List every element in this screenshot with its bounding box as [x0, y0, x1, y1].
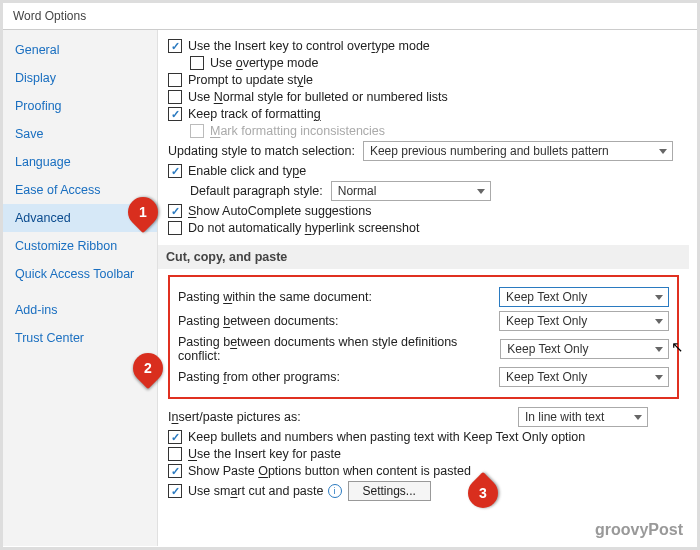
section-cut-copy-paste: Cut, copy, and paste	[158, 245, 689, 269]
checkbox-insert-key-paste[interactable]	[168, 447, 182, 461]
cursor-icon: ↖	[671, 338, 684, 356]
select-default-paragraph-style[interactable]: Normal	[331, 181, 491, 201]
sidebar-item-trust-center[interactable]: Trust Center	[3, 324, 157, 352]
select-updating-style[interactable]: Keep previous numbering and bullets patt…	[363, 141, 673, 161]
label-insert-key-paste: Use the Insert key for paste	[188, 447, 341, 461]
sidebar-item-display[interactable]: Display	[3, 64, 157, 92]
select-pasting-other[interactable]: Keep Text Only	[499, 367, 669, 387]
sidebar-item-customize-ribbon[interactable]: Customize Ribbon	[3, 232, 157, 260]
checkbox-mark-inconsistencies	[190, 124, 204, 138]
label-normal-style-lists: Use Normal style for bulleted or numbere…	[188, 90, 448, 104]
sidebar-item-proofing[interactable]: Proofing	[3, 92, 157, 120]
settings-button[interactable]: Settings...	[348, 481, 431, 501]
checkbox-no-hyperlink-screenshot[interactable]	[168, 221, 182, 235]
label-pasting-between: Pasting between documents:	[178, 314, 339, 328]
label-pasting-within: Pasting within the same document:	[178, 290, 372, 304]
label-mark-inconsistencies: Mark formatting inconsistencies	[210, 124, 385, 138]
label-use-overtype-mode: Use overtype mode	[210, 56, 318, 70]
label-smart-cut-paste: Use smart cut and paste	[188, 484, 324, 498]
label-show-paste-options: Show Paste Options button when content i…	[188, 464, 471, 478]
checkbox-use-overtype-mode[interactable]	[190, 56, 204, 70]
select-pasting-between[interactable]: Keep Text Only	[499, 311, 669, 331]
checkbox-smart-cut-paste[interactable]	[168, 484, 182, 498]
checkbox-keep-track-formatting[interactable]	[168, 107, 182, 121]
sidebar-item-quick-access-toolbar[interactable]: Quick Access Toolbar	[3, 260, 157, 288]
checkbox-prompt-update-style[interactable]	[168, 73, 182, 87]
checkbox-keep-bullets-numbers[interactable]	[168, 430, 182, 444]
label-prompt-update-style: Prompt to update style	[188, 73, 313, 87]
label-autocomplete: Show AutoComplete suggestions	[188, 204, 371, 218]
info-icon[interactable]: i	[328, 484, 342, 498]
select-pasting-within[interactable]: Keep Text Only	[499, 287, 669, 307]
select-pasting-conflict[interactable]: Keep Text Only	[500, 339, 669, 359]
label-updating-style: Updating style to match selection:	[168, 144, 355, 158]
watermark: groovyPost	[595, 521, 683, 539]
label-insert-pictures: Insert/paste pictures as:	[168, 410, 301, 424]
sidebar-item-general[interactable]: General	[3, 36, 157, 64]
checkbox-normal-style-lists[interactable]	[168, 90, 182, 104]
label-no-hyperlink-screenshot: Do not automatically hyperlink screensho…	[188, 221, 419, 235]
content-pane: Use the Insert key to control overtype m…	[158, 30, 697, 546]
highlight-paste-options: Pasting within the same document: Keep T…	[168, 275, 679, 399]
label-use-insert-key-overtype: Use the Insert key to control overtype m…	[188, 39, 430, 53]
label-default-paragraph-style: Default paragraph style:	[190, 184, 323, 198]
sidebar: General Display Proofing Save Language E…	[3, 30, 158, 546]
sidebar-item-save[interactable]: Save	[3, 120, 157, 148]
label-pasting-conflict: Pasting between documents when style def…	[178, 335, 500, 363]
checkbox-enable-click-type[interactable]	[168, 164, 182, 178]
sidebar-item-language[interactable]: Language	[3, 148, 157, 176]
label-keep-track-formatting: Keep track of formatting	[188, 107, 321, 121]
label-keep-bullets-numbers: Keep bullets and numbers when pasting te…	[188, 430, 585, 444]
window-title: Word Options	[3, 3, 697, 30]
checkbox-use-insert-key-overtype[interactable]	[168, 39, 182, 53]
select-insert-pictures[interactable]: In line with text	[518, 407, 648, 427]
label-enable-click-type: Enable click and type	[188, 164, 306, 178]
checkbox-show-paste-options[interactable]	[168, 464, 182, 478]
label-pasting-other: Pasting from other programs:	[178, 370, 340, 384]
checkbox-autocomplete[interactable]	[168, 204, 182, 218]
sidebar-item-add-ins[interactable]: Add-ins	[3, 296, 157, 324]
